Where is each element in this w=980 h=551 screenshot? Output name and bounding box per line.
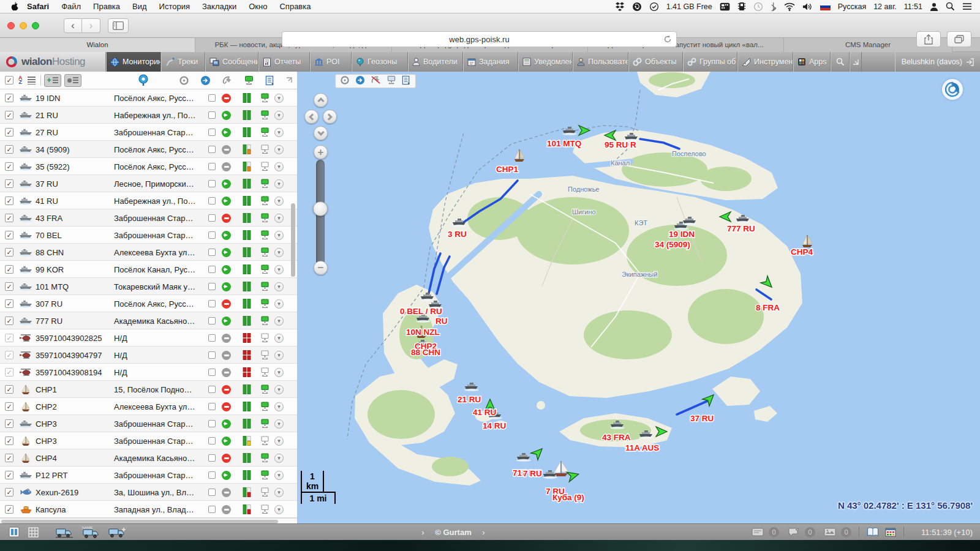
sync-check-icon[interactable] <box>647 0 661 13</box>
unit-visibility-checkbox[interactable]: ✓ <box>5 124 13 141</box>
unit-row[interactable]: ✓359710043902825Н/Д▼ <box>0 329 297 347</box>
language-flag-icon[interactable] <box>818 0 832 13</box>
unit-select-checkbox[interactable] <box>208 227 216 244</box>
wifi-icon[interactable] <box>782 0 797 13</box>
forward-button[interactable]: › <box>82 18 100 33</box>
unit-menu-button[interactable]: ▼ <box>274 329 284 347</box>
expand-corner-icon[interactable] <box>286 77 292 83</box>
unit-visibility-checkbox[interactable]: ✓ <box>5 227 13 244</box>
menu-view[interactable]: Вид <box>126 0 153 13</box>
unit-name[interactable]: 99 KOR <box>36 261 113 278</box>
user-menu-icon[interactable] <box>928 0 940 13</box>
calendar-icon[interactable] <box>885 527 896 537</box>
unit-visibility-checkbox[interactable]: ✓ <box>5 467 13 484</box>
unit-visibility-checkbox[interactable]: ✓ <box>5 175 13 192</box>
menu-edit[interactable]: Правка <box>87 0 126 13</box>
direction-arrow-marker[interactable] <box>531 445 546 460</box>
unit-row[interactable]: ✓359710043904797Н/Д▼ <box>0 347 297 364</box>
nav-item-notifications[interactable]: Уведомления <box>518 52 573 72</box>
copyright-label[interactable]: © Gurtam <box>435 528 471 537</box>
unit-menu-button[interactable]: ▼ <box>274 175 284 192</box>
unit-visibility-checkbox[interactable]: ✓ <box>5 295 13 312</box>
unit-row[interactable]: ✓359710043908194Н/Д▼ <box>0 364 297 381</box>
unit-row[interactable]: ✓307 RUПосёлок Аякс, Русс…▼ <box>0 295 297 312</box>
unit-visibility-checkbox[interactable]: ✓ <box>5 398 13 415</box>
share-button[interactable] <box>916 31 941 47</box>
map-provider-logo[interactable] <box>942 79 963 100</box>
unit-name[interactable]: 43 FRA <box>36 209 113 227</box>
group-units-icon[interactable] <box>108 527 127 538</box>
unit-name[interactable]: 70 BEL <box>36 227 113 244</box>
data-accuracy-icon[interactable] <box>244 75 254 86</box>
menu-safari[interactable]: Safari <box>21 0 55 13</box>
unit-name[interactable]: CHP3 <box>36 415 113 432</box>
unit-select-checkbox[interactable] <box>208 261 216 278</box>
tab-overview-button[interactable] <box>947 31 971 47</box>
nav-item-tracks[interactable]: Треки <box>161 52 205 72</box>
nav-item-users[interactable]: Пользователи <box>573 52 628 72</box>
unit-menu-button[interactable]: ▼ <box>274 192 284 209</box>
menu-window[interactable]: Окно <box>243 0 273 13</box>
logout-icon[interactable] <box>966 58 974 66</box>
map-canvas[interactable]: КаналПоспеловоПодножьеШигиноКЭТЭкипажный… <box>297 72 980 523</box>
nav-item-tools[interactable]: Инструменты <box>737 52 793 72</box>
unit-menu-button[interactable]: ▼ <box>274 107 284 124</box>
nav-item-jobs[interactable]: Задания <box>463 52 518 72</box>
unit-name[interactable]: 359710043904797 <box>36 347 113 364</box>
unit-visibility-checkbox[interactable]: ✓ <box>5 261 13 278</box>
memory-chip-icon[interactable] <box>736 0 748 13</box>
time-machine-icon[interactable] <box>752 0 765 13</box>
unit-row[interactable]: ✓777 RUАкадемика Касьяно…▼ <box>0 312 297 329</box>
menu-help[interactable]: Справка <box>273 0 317 13</box>
unit-row[interactable]: ✓37 RUЛесное, Приморски…▼ <box>0 175 297 192</box>
pan-up-button[interactable] <box>314 93 328 107</box>
unit-properties-icon[interactable] <box>265 75 275 86</box>
unit-visibility-checkbox[interactable]: ✓ <box>5 329 13 347</box>
unit-row[interactable]: ✓Xexun-2619За, Шошина ул., Вл…▼ <box>0 484 297 501</box>
unit-menu-button[interactable]: ▼ <box>274 295 284 312</box>
unit-menu-button[interactable]: ▼ <box>274 261 284 278</box>
unit-select-checkbox[interactable] <box>208 415 216 432</box>
show-unit-icons-icon[interactable] <box>56 527 73 538</box>
unit-menu-button[interactable]: ▼ <box>274 209 284 227</box>
unit-row[interactable]: ✓КапсулаЗападная ул., Влад…▼ <box>0 501 297 518</box>
map-satellite-off-icon[interactable] <box>371 75 381 87</box>
unit-menu-button[interactable]: ▼ <box>274 312 284 329</box>
unit-menu-button[interactable]: ▼ <box>274 467 284 484</box>
panel-collapse-icon[interactable] <box>9 527 20 538</box>
unit-row[interactable]: ✓41 RUНабережная ул., По…▼ <box>0 192 297 209</box>
nav-item-drivers[interactable]: Водители <box>408 52 463 72</box>
unit-select-checkbox[interactable] <box>208 398 216 415</box>
reload-icon[interactable] <box>663 35 672 45</box>
unit-select-checkbox[interactable] <box>208 347 216 364</box>
unit-name[interactable]: Капсула <box>36 501 113 518</box>
unit-menu-button[interactable]: ▼ <box>274 347 284 364</box>
unit-select-checkbox[interactable] <box>208 141 216 158</box>
menubar-time[interactable]: 11:51 <box>902 2 924 11</box>
unit-menu-button[interactable]: ▼ <box>274 278 284 295</box>
zoom-slider-knob[interactable] <box>313 201 328 216</box>
select-all-checkbox[interactable]: ✓ <box>5 76 13 84</box>
nav-item-messages[interactable]: Сообщения <box>205 52 258 72</box>
unit-select-checkbox[interactable] <box>208 484 216 501</box>
filter-list-button[interactable] <box>64 74 81 87</box>
unit-name[interactable]: 41 RU <box>36 192 113 209</box>
nav-fullscreen-button[interactable] <box>850 52 862 72</box>
direction-arrow-marker[interactable] <box>579 126 590 135</box>
viber-icon[interactable] <box>630 0 644 13</box>
unit-row[interactable]: ✓70 BELЗаброшенная Стар…▼ <box>0 227 297 244</box>
unit-select-checkbox[interactable] <box>208 501 216 518</box>
add-to-list-button[interactable]: + <box>44 74 61 87</box>
unit-select-checkbox[interactable] <box>208 329 216 347</box>
minimize-window-button[interactable] <box>20 22 27 29</box>
nav-item-groups[interactable]: Группы об <box>683 52 737 72</box>
map[interactable]: КаналПоспеловоПодножьеШигиноКЭТЭкипажный… <box>297 72 980 523</box>
notification-center-icon[interactable] <box>960 0 974 13</box>
unit-row[interactable]: ✓CHP115, Посёлок Подно…▼ <box>0 381 297 398</box>
show-unit-names-icon[interactable]: NAME <box>81 525 100 539</box>
unit-select-checkbox[interactable] <box>208 124 216 141</box>
unit-menu-button[interactable]: ▼ <box>274 227 284 244</box>
unit-select-checkbox[interactable] <box>208 364 216 381</box>
unit-marker-sail[interactable] <box>802 235 812 247</box>
unit-name[interactable]: 777 RU <box>36 312 113 329</box>
